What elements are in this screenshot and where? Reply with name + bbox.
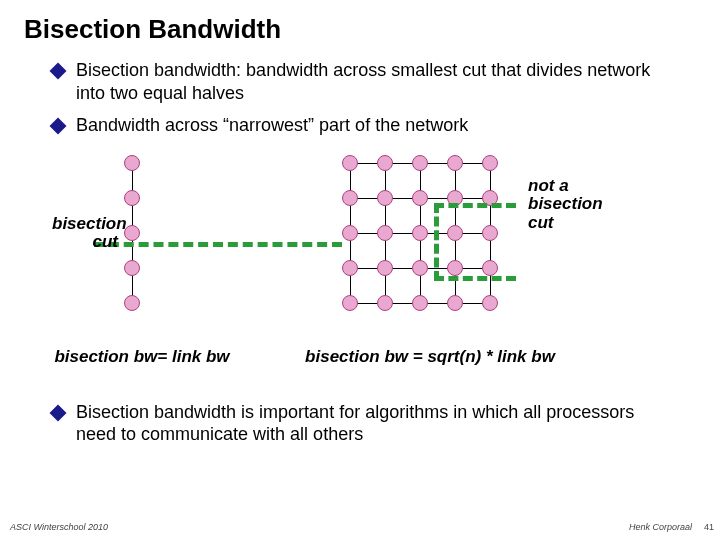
node [412, 155, 428, 171]
left-caption: bisection bw= link bw [32, 347, 252, 367]
node [124, 190, 140, 206]
node [412, 225, 428, 241]
node [342, 225, 358, 241]
node [412, 190, 428, 206]
node [447, 295, 463, 311]
footer-right: Henk Corporaal [629, 522, 692, 532]
node [377, 225, 393, 241]
node [482, 295, 498, 311]
not-bisection-cut-label: not a bisection cut [528, 177, 628, 233]
diamond-bullet-icon [50, 118, 67, 135]
node [124, 260, 140, 276]
node [377, 155, 393, 171]
diamond-bullet-icon [50, 63, 67, 80]
node [342, 155, 358, 171]
not-bisection-cut-box [434, 203, 516, 281]
node [124, 295, 140, 311]
bullet-text: Bandwidth across “narrowest” part of the… [76, 114, 668, 137]
right-caption: bisection bw = sqrt(n) * link bw [300, 347, 560, 367]
bullet-item: Bisection bandwidth: bandwidth across sm… [52, 59, 668, 104]
bullet-list-bottom: Bisection bandwidth is important for alg… [0, 397, 720, 446]
footer-left: ASCI Winterschool 2010 [10, 522, 108, 532]
page-number: 41 [704, 522, 714, 532]
bullet-item: Bisection bandwidth is important for alg… [52, 401, 668, 446]
slide-title: Bisection Bandwidth [0, 0, 720, 45]
bisection-cut-line [94, 242, 342, 247]
bullet-list-top: Bisection bandwidth: bandwidth across sm… [0, 45, 720, 137]
node [377, 295, 393, 311]
bullet-text: Bisection bandwidth: bandwidth across sm… [76, 59, 668, 104]
diagram-area: bisection cut bisection bw= link bw [52, 147, 668, 397]
bullet-text: Bisection bandwidth is important for alg… [76, 401, 668, 446]
node [342, 260, 358, 276]
node [342, 190, 358, 206]
node [377, 190, 393, 206]
node [412, 260, 428, 276]
bullet-item: Bandwidth across “narrowest” part of the… [52, 114, 668, 137]
node [124, 155, 140, 171]
node [377, 260, 393, 276]
node [447, 155, 463, 171]
node [412, 295, 428, 311]
diamond-bullet-icon [50, 404, 67, 421]
bisection-cut-label: bisection cut [52, 215, 118, 252]
node [342, 295, 358, 311]
node [482, 155, 498, 171]
